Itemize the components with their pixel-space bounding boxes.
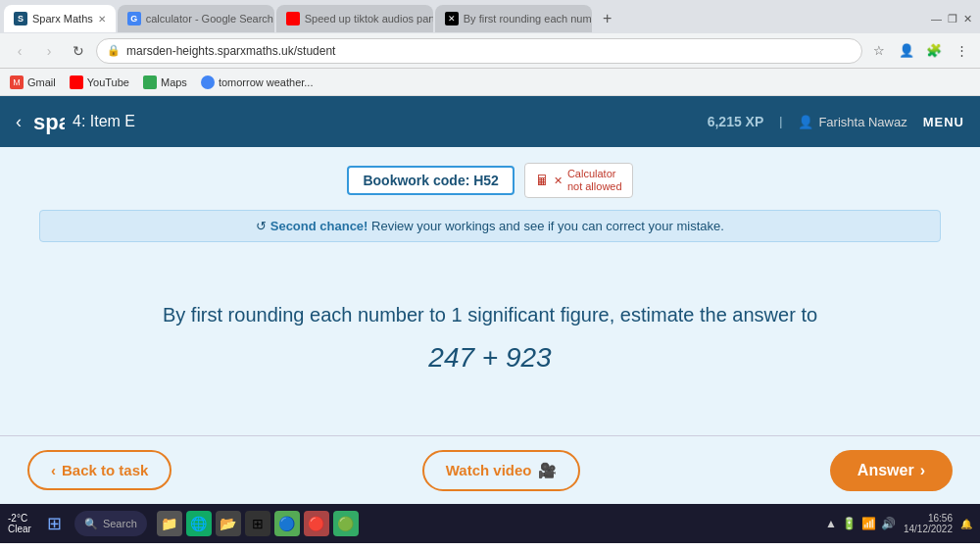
second-chance-bar: ↺ Second chance! Review your workings an… (39, 210, 941, 242)
calculator-badge: 🖩 ✕ Calculator not allowed (524, 163, 633, 198)
forward-button[interactable]: › (37, 39, 61, 63)
bookwork-row: Bookwork code: H52 🖩 ✕ Calculator not al… (347, 163, 632, 198)
tab-google-label: calculator - Google Search (146, 13, 273, 25)
calculator-icon: 🖩 (535, 173, 549, 188)
sparx-logo-icon: sparx (33, 108, 65, 135)
taskbar-apps: 📁 🌐 📂 ⊞ 🔵 🔴 🟢 (157, 511, 359, 536)
tab-bar: S Sparx Maths ✕ G calculator - Google Se… (0, 0, 980, 33)
bookmark-maps-label: Maps (161, 76, 187, 88)
question-math: 247 + 923 (428, 342, 551, 374)
taskbar-search-label: Search (103, 518, 137, 529)
second-chance-message: Review your workings and see if you can … (371, 219, 724, 233)
back-to-task-button[interactable]: ‹ Back to task (27, 450, 172, 490)
more-menu[interactable]: ⋮ (951, 40, 972, 62)
taskbar-app6-icon[interactable]: 🔴 (304, 511, 329, 536)
tab-sparx-close[interactable]: ✕ (98, 14, 106, 25)
tray-up-icon[interactable]: ▲ (825, 517, 837, 530)
battery-icon: 🔋 (842, 517, 857, 530)
bookmark-youtube-label: YouTube (87, 76, 129, 88)
bottom-bar: ‹ Back to task Watch video 🎥 Answer › (0, 435, 980, 504)
x-favicon: ✕ (445, 12, 459, 25)
watch-video-button[interactable]: Watch video 🎥 (422, 450, 580, 491)
back-to-task-label: Back to task (62, 462, 148, 478)
item-title: 4: Item E (73, 113, 135, 130)
maps-icon (143, 75, 157, 89)
taskbar-files-icon[interactable]: 📂 (216, 511, 241, 536)
answer-label: Answer (858, 462, 914, 479)
window-close[interactable]: ✕ (963, 13, 972, 25)
gmail-icon: M (10, 75, 24, 89)
bookmark-weather[interactable]: tomorrow weather... (201, 75, 314, 89)
app-wrapper: ‹ sparx 4: Item E 6,215 XP | 👤 Farishta … (0, 96, 980, 504)
content-area: Bookwork code: H52 🖩 ✕ Calculator not al… (0, 147, 980, 435)
user-name: Farishta Nawaz (818, 115, 906, 129)
sparx-favicon: S (14, 12, 27, 25)
address-text: marsden-heights.sparxmaths.uk/student (126, 44, 335, 58)
lock-icon: 🔒 (107, 44, 121, 57)
calculator-status: not allowed (567, 180, 622, 193)
refresh-button[interactable]: ↻ (67, 39, 90, 63)
window-restore[interactable]: ❐ (948, 13, 957, 25)
back-chevron-icon: ‹ (51, 462, 56, 478)
volume-icon: 🔊 (881, 517, 896, 530)
bookmark-gmail-label: Gmail (27, 76, 56, 88)
watch-video-label: Watch video (446, 462, 532, 478)
sys-tray-icons: ▲ 🔋 📶 🔊 (825, 517, 896, 530)
extensions-button[interactable]: 🧩 (923, 40, 945, 62)
question-area: By first rounding each number to 1 signi… (20, 252, 960, 426)
tab-sparx[interactable]: S Sparx Maths ✕ (4, 5, 116, 32)
answer-chevron-icon: › (920, 462, 925, 479)
tab-google[interactable]: G calculator - Google Search ✕ (118, 5, 274, 32)
clock-time: 16:56 (904, 513, 953, 524)
taskbar-store-icon[interactable]: ⊞ (245, 511, 270, 536)
bookmark-youtube[interactable]: YouTube (70, 75, 129, 89)
weather-temp: -2°C (8, 513, 31, 524)
tab-x-label: By first rounding each number to... (464, 13, 592, 25)
youtube-bookmark-icon (70, 75, 83, 89)
new-tab-button[interactable]: + (594, 5, 621, 32)
bookmark-gmail[interactable]: M Gmail (10, 75, 56, 89)
back-button[interactable]: ‹ (8, 39, 31, 63)
sparx-header: ‹ sparx 4: Item E 6,215 XP | 👤 Farishta … (0, 96, 980, 147)
bookwork-badge: Bookwork code: H52 (347, 166, 514, 195)
taskbar-app5-icon[interactable]: 🔵 (274, 511, 300, 536)
answer-button[interactable]: Answer › (830, 450, 953, 491)
video-camera-icon: 🎥 (538, 462, 557, 479)
tab-youtube[interactable]: Speed up tiktok audios part ✕ (276, 5, 433, 32)
bookwork-label: Bookwork code: H52 (363, 173, 498, 188)
calculator-x: ✕ (554, 175, 563, 187)
bookmark-maps[interactable]: Maps (143, 75, 187, 89)
taskbar-weather: -2°C Clear (8, 513, 31, 534)
header-right: 6,215 XP | 👤 Farishta Nawaz MENU (708, 114, 964, 129)
youtube-favicon (286, 12, 300, 25)
header-back-button[interactable]: ‹ (16, 112, 22, 132)
taskbar-clock[interactable]: 16:56 14/12/2022 (904, 513, 953, 534)
address-bar[interactable]: 🔒 marsden-heights.sparxmaths.uk/student (96, 38, 862, 64)
nav-bar: ‹ › ↻ 🔒 marsden-heights.sparxmaths.uk/st… (0, 33, 980, 69)
svg-text:sparx: sparx (33, 110, 65, 134)
window-minimize[interactable]: — (931, 13, 942, 25)
tab-x[interactable]: ✕ By first rounding each number to... ✕ (435, 5, 592, 32)
question-text: By first rounding each number to 1 signi… (163, 304, 817, 326)
start-button[interactable]: ⊞ (41, 510, 69, 537)
menu-button[interactable]: MENU (923, 115, 964, 129)
weather-desc: Clear (8, 524, 31, 534)
taskbar-chrome-icon[interactable]: 🟢 (333, 511, 359, 536)
tab-youtube-label: Speed up tiktok audios part (305, 13, 433, 25)
xp-display: 6,215 XP (708, 114, 764, 129)
wifi-icon: 📶 (861, 517, 876, 530)
tab-sparx-label: Sparx Maths (32, 13, 93, 25)
taskbar-right: ▲ 🔋 📶 🔊 16:56 14/12/2022 🔔 (825, 513, 972, 534)
weather-icon (201, 75, 215, 89)
taskbar-browser-icon[interactable]: 🌐 (186, 511, 212, 536)
taskbar-explorer-icon[interactable]: 📁 (157, 511, 182, 536)
profile-button[interactable]: 👤 (896, 40, 917, 62)
notification-icon[interactable]: 🔔 (960, 519, 972, 529)
bookmark-weather-label: tomorrow weather... (219, 76, 314, 88)
bookmark-star[interactable]: ☆ (868, 40, 890, 62)
second-chance-icon: ↺ (256, 219, 267, 233)
clock-date: 14/12/2022 (904, 524, 953, 534)
taskbar-search[interactable]: 🔍 Search (74, 511, 147, 536)
sparx-brand: sparx (33, 108, 65, 135)
taskbar: -2°C Clear ⊞ 🔍 Search 📁 🌐 📂 ⊞ 🔵 🔴 🟢 ▲ 🔋 … (0, 504, 980, 543)
